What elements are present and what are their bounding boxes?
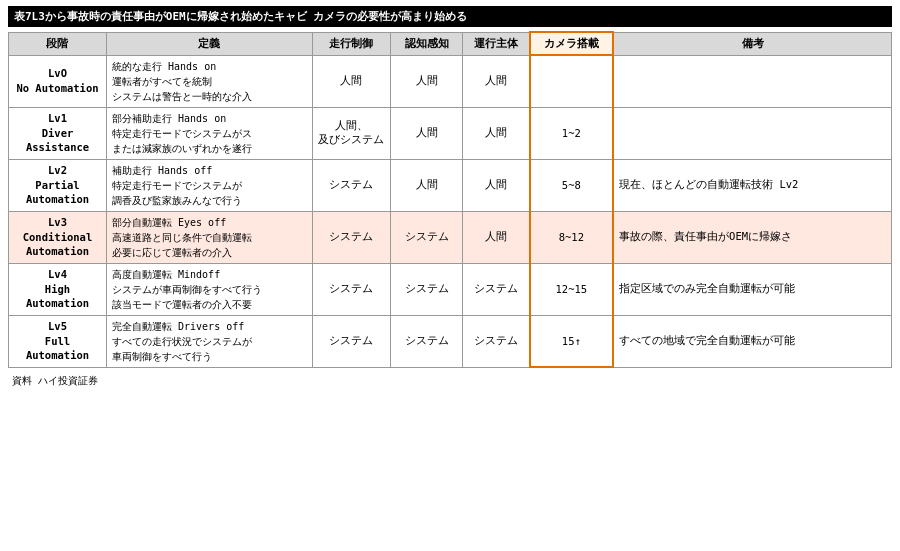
- table-row: LvONo Automation統的な走行 Hands on 運転者がすべてを統…: [9, 55, 892, 107]
- note-cell: [613, 55, 891, 107]
- level-name: Diver Assistance: [14, 126, 101, 155]
- note-cell: すべての地域で完全自動運転が可能: [613, 315, 891, 367]
- level-name: Conditional Automation: [14, 230, 101, 259]
- operator-cell: 人間: [463, 159, 530, 211]
- drive-cell: システム: [312, 159, 390, 211]
- definition-cell: 高度自動運転 Mindoff システムが車両制御をすべて行う 該当モードで運転者…: [106, 263, 312, 315]
- level-name: No Automation: [14, 81, 101, 96]
- header-note: 備考: [613, 32, 891, 55]
- table-row: Lv3Conditional Automation部分自動運転 Eyes off…: [9, 211, 892, 263]
- header-definition: 定義: [106, 32, 312, 55]
- operator-cell: システム: [463, 263, 530, 315]
- definition-cell: 部分補助走行 Hands on 特定走行モードでシステムがス または減家族のいず…: [106, 107, 312, 159]
- sense-cell: 人間: [390, 55, 462, 107]
- level-label: Lv2: [14, 163, 101, 178]
- level-label: LvO: [14, 66, 101, 81]
- sense-cell: システム: [390, 211, 462, 263]
- camera-cell: 15↑: [530, 315, 614, 367]
- level-label: Lv5: [14, 319, 101, 334]
- definition-cell: 補助走行 Hands off 特定走行モードでシステムが 調香及び監家族みんなで…: [106, 159, 312, 211]
- sense-cell: 人間: [390, 107, 462, 159]
- header-drive: 走行制御: [312, 32, 390, 55]
- operator-cell: 人間: [463, 211, 530, 263]
- definition-cell: 部分自動運転 Eyes off 高速道路と同じ条件で自動運転 必要に応じて運転者…: [106, 211, 312, 263]
- sense-cell: 人間: [390, 159, 462, 211]
- stage-cell: Lv1Diver Assistance: [9, 107, 107, 159]
- note-cell: [613, 107, 891, 159]
- stage-cell: Lv2Partial Automation: [9, 159, 107, 211]
- header-stage: 段階: [9, 32, 107, 55]
- header-sense: 認知感知: [390, 32, 462, 55]
- camera-cell: 5~8: [530, 159, 614, 211]
- table-row: Lv2Partial Automation補助走行 Hands off 特定走行…: [9, 159, 892, 211]
- definition-cell: 完全自動運転 Drivers off すべての走行状況でシステムが 車両制御をす…: [106, 315, 312, 367]
- camera-cell: 12~15: [530, 263, 614, 315]
- header-operator: 運行主体: [463, 32, 530, 55]
- sense-cell: システム: [390, 263, 462, 315]
- drive-cell: 人間、 及びシステム: [312, 107, 390, 159]
- operator-cell: 人間: [463, 55, 530, 107]
- note-cell: 指定区域でのみ完全自動運転が可能: [613, 263, 891, 315]
- header-camera: カメラ搭載: [530, 32, 614, 55]
- stage-cell: Lv5Full Automation: [9, 315, 107, 367]
- operator-cell: システム: [463, 315, 530, 367]
- level-name: Partial Automation: [14, 178, 101, 207]
- note-cell: 事故の際、責任事由がOEMに帰嫁さ: [613, 211, 891, 263]
- operator-cell: 人間: [463, 107, 530, 159]
- table-row: Lv4High Automation高度自動運転 Mindoff システムが車両…: [9, 263, 892, 315]
- stage-cell: LvONo Automation: [9, 55, 107, 107]
- page-title: 表7L3から事故時の責任事由がOEMに帰嫁され始めたキャビ カメラの必要性が高ま…: [8, 6, 892, 27]
- footer-text: 資料 ハイ投資証券: [8, 374, 892, 388]
- camera-cell: [530, 55, 614, 107]
- level-name: High Automation: [14, 282, 101, 311]
- drive-cell: システム: [312, 315, 390, 367]
- drive-cell: 人間: [312, 55, 390, 107]
- definition-cell: 統的な走行 Hands on 運転者がすべてを統制 システムは警告と一時的な介入: [106, 55, 312, 107]
- drive-cell: システム: [312, 211, 390, 263]
- level-label: Lv4: [14, 267, 101, 282]
- camera-cell: 1~2: [530, 107, 614, 159]
- sense-cell: システム: [390, 315, 462, 367]
- level-label: Lv1: [14, 111, 101, 126]
- note-cell: 現在、ほとんどの自動運転技術 Lv2: [613, 159, 891, 211]
- stage-cell: Lv3Conditional Automation: [9, 211, 107, 263]
- level-name: Full Automation: [14, 334, 101, 363]
- level-label: Lv3: [14, 215, 101, 230]
- automation-table: 段階 定義 走行制御 認知感知 運行主体 カメラ搭載 備考 LvONo Auto…: [8, 31, 892, 368]
- camera-cell: 8~12: [530, 211, 614, 263]
- drive-cell: システム: [312, 263, 390, 315]
- page-container: 表7L3から事故時の責任事由がOEMに帰嫁され始めたキャビ カメラの必要性が高ま…: [0, 0, 900, 394]
- stage-cell: Lv4High Automation: [9, 263, 107, 315]
- table-row: Lv5Full Automation完全自動運転 Drivers off すべて…: [9, 315, 892, 367]
- table-row: Lv1Diver Assistance部分補助走行 Hands on 特定走行モ…: [9, 107, 892, 159]
